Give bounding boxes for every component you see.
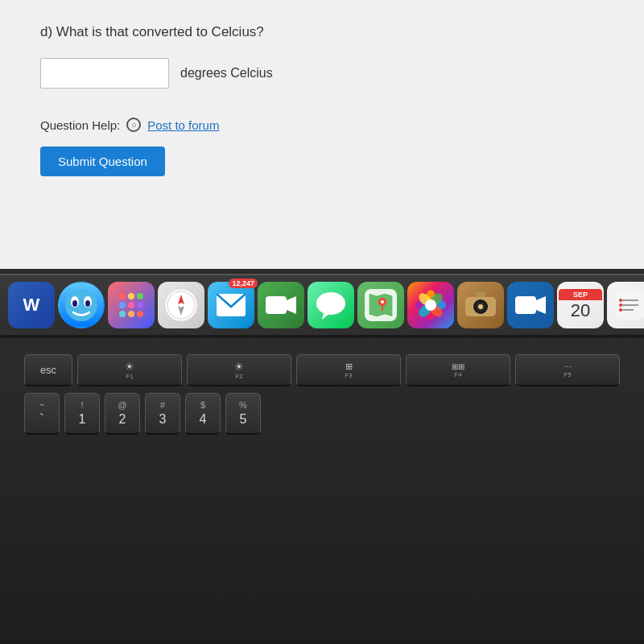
svg-point-50 [619,308,622,312]
key-f2[interactable]: ☀ F2 [187,354,291,386]
svg-point-11 [137,302,143,308]
esc-label: esc [40,364,56,376]
key-2[interactable]: @ 2 [105,393,140,435]
dock-icon-zoom[interactable] [507,282,554,328]
f5-symbol: ⋯ [564,362,572,371]
dock-icon-reminders[interactable] [607,282,644,328]
key-backtick[interactable]: ~ ` [24,393,60,435]
reminders-svg [616,291,644,320]
safari-compass-svg [164,288,198,322]
maps-svg [365,289,397,321]
help-icon: ○ [126,118,141,132]
svg-point-7 [128,293,134,299]
mail-envelope-svg [217,294,246,316]
question-text: d) What is that converted to Celcius? [40,24,604,40]
camera-svg [465,292,496,318]
svg-point-8 [137,293,143,299]
key-1-top: ! [80,400,83,411]
key-f4[interactable]: ⊞⊞ F4 [406,354,510,386]
svg-point-23 [316,292,345,315]
f4-symbol: ⊞⊞ [452,362,464,371]
key-5[interactable]: % 5 [225,393,261,435]
answer-input[interactable] [40,58,169,89]
key-2-main: 2 [119,411,126,427]
post-to-forum-link[interactable]: Post to forum [147,118,219,132]
f4-label: F4 [454,371,461,378]
launchpad-grid-svg [118,291,145,319]
key-4[interactable]: $ 4 [185,393,221,435]
key-3-top: # [160,400,165,411]
dock-icon-finder[interactable] [58,282,105,328]
f5-label: F5 [564,371,571,378]
key-1-main: 1 [79,411,86,427]
key-5-top: % [239,400,247,411]
degrees-label: degrees Celcius [180,66,273,80]
dock-icon-messages[interactable] [308,282,354,328]
svg-point-27 [381,300,384,303]
mail-badge: 12,247 [229,279,258,288]
dock-icon-facetime[interactable] [258,282,304,328]
key-f3[interactable]: ⊞ F3 [296,354,401,386]
key-tilde-top: ~ [39,400,44,411]
svg-marker-22 [287,296,296,314]
svg-point-49 [619,303,622,307]
svg-point-48 [619,299,622,302]
dock-icon-photos[interactable] [407,282,454,328]
dock-icon-mail[interactable]: 12,247 [208,282,254,328]
dock-icon-maps[interactable] [357,282,404,328]
svg-marker-43 [536,296,546,314]
svg-point-9 [119,302,126,308]
dock-icon-word[interactable]: W [8,282,55,328]
messages-bubble-svg [316,291,346,320]
key-3-main: 3 [159,411,167,427]
key-esc[interactable]: esc [24,354,72,386]
question-help-row: Question Help: ○ Post to forum [40,118,604,132]
svg-rect-42 [515,296,536,314]
screen-area: d) What is that converted to Celcius? de… [0,0,644,274]
question-help-label: Question Help: [40,118,120,132]
f3-symbol: ⊞ [345,361,353,372]
f3-label: F3 [345,372,352,379]
facetime-camera-svg [266,294,296,316]
f2-symbol: ☀ [234,361,244,373]
dock: W [0,274,644,338]
finder-face-svg [60,283,103,327]
calendar-day: 20 [571,300,590,321]
key-3[interactable]: # 3 [145,393,180,435]
svg-point-14 [137,311,143,317]
key-f1[interactable]: ☀ F1 [77,354,182,386]
svg-point-12 [119,311,126,317]
svg-point-1 [65,289,97,321]
svg-point-10 [128,302,134,308]
dock-icon-launchpad[interactable] [108,282,155,328]
svg-point-4 [72,300,77,307]
key-backtick-main: ` [39,411,43,427]
f1-label: F1 [126,373,133,380]
key-2-top: @ [118,400,126,411]
svg-point-41 [478,304,483,309]
svg-point-13 [128,311,134,317]
submit-question-button[interactable]: Submit Question [40,147,165,176]
number-key-row: ~ ` ! 1 @ 2 # 3 $ 4 % 5 [24,393,620,435]
key-4-top: $ [200,400,205,411]
fn-key-row: esc ☀ F1 ☀ F2 ⊞ F3 ⊞⊞ F4 ⋯ F5 [24,354,620,386]
svg-rect-21 [266,296,287,314]
zoom-svg [515,294,546,316]
key-5-main: 5 [240,411,247,427]
f1-symbol: ☀ [125,361,134,373]
dock-icon-camera[interactable] [457,282,504,328]
f2-label: F2 [235,373,242,380]
svg-point-36 [425,299,436,311]
dock-icon-calendar[interactable]: SEP 20 [557,282,604,328]
key-1[interactable]: ! 1 [64,393,100,435]
svg-marker-38 [475,292,486,297]
key-f5[interactable]: ⋯ F5 [515,354,620,386]
word-letter: W [23,295,40,316]
svg-point-6 [119,293,126,299]
svg-point-5 [85,300,90,307]
calendar-month: SEP [559,289,602,300]
key-4-main: 4 [200,411,207,427]
dock-icon-safari[interactable] [158,282,204,328]
keyboard: esc ☀ F1 ☀ F2 ⊞ F3 ⊞⊞ F4 ⋯ F5 ~ ` ! [0,338,644,639]
photos-flower-svg [415,289,447,321]
